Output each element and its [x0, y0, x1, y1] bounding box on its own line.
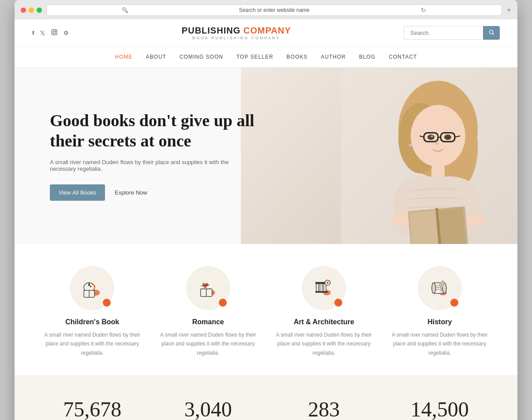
nav-item-about[interactable]: ABOUT — [146, 54, 166, 60]
stat-facebook: 14,500 FACEBOOK FANS — [389, 397, 491, 420]
category-card-romance: Romance A small river named Duden flows … — [157, 266, 260, 357]
browser-chrome: 🔍 Search or enter website name ↻ + — [15, 0, 517, 19]
dot-close[interactable] — [21, 8, 26, 13]
stat-number-readers: 75,678 — [41, 397, 144, 420]
brand-publishing: PUBLISHING — [182, 26, 240, 35]
svg-point-22 — [467, 214, 484, 226]
history-title: History — [389, 318, 491, 326]
categories-grid: Children's Book A small river named Dude… — [41, 266, 491, 357]
category-card-childrens: Children's Book A small river named Dude… — [41, 266, 144, 357]
stat-total-pages: 3,040 TOTAL PAGES — [157, 397, 260, 420]
svg-point-1 — [53, 31, 56, 34]
hero-content: Good books don't give up all their secre… — [15, 84, 291, 227]
website: f 𝕏 ⚙ PUBLISHING COMPANY BOOK PU — [15, 19, 517, 420]
history-desc: A small river named Duden flows by their… — [389, 330, 491, 357]
explore-now-button[interactable]: Explore Now — [110, 184, 152, 201]
brand-subtitle: BOOK PUBLISHING COMPANY — [182, 36, 291, 40]
svg-rect-24 — [409, 210, 439, 244]
nav-item-blog[interactable]: BLOG — [359, 54, 375, 60]
nav-item-contact[interactable]: CONTACT — [389, 54, 417, 60]
svg-point-45 — [326, 281, 329, 284]
nav-item-home[interactable]: HOME — [115, 54, 133, 60]
url-bar[interactable]: 🔍 Search or enter website name ↻ — [46, 4, 502, 16]
top-bar: f 𝕏 ⚙ PUBLISHING COMPANY BOOK PU — [15, 19, 517, 47]
history-icon — [418, 266, 462, 310]
new-tab-button[interactable]: + — [506, 6, 511, 15]
art-icon — [302, 266, 346, 310]
facebook-icon[interactable]: f — [32, 30, 34, 36]
svg-rect-42 — [315, 291, 328, 292]
svg-point-2 — [56, 30, 56, 31]
romance-icon — [186, 266, 230, 310]
childrens-book-title: Children's Book — [41, 318, 144, 326]
childrens-book-icon — [70, 266, 114, 310]
refresh-icon[interactable]: ↻ — [350, 7, 497, 14]
nav-item-books[interactable]: BOOKS — [287, 54, 308, 60]
svg-rect-0 — [52, 30, 57, 35]
svg-rect-39 — [316, 284, 318, 292]
settings-icon[interactable]: ⚙ — [64, 30, 69, 36]
svg-point-48 — [432, 283, 436, 293]
instagram-icon[interactable] — [51, 29, 57, 37]
stat-number-pages: 3,040 — [157, 397, 260, 420]
category-card-history: History A small river named Duden flows … — [389, 266, 491, 357]
stat-number-coffee: 283 — [273, 397, 375, 420]
social-icons: f 𝕏 ⚙ — [32, 29, 69, 37]
hero-illustration — [341, 68, 517, 244]
twitter-icon[interactable]: 𝕏 — [40, 30, 45, 37]
browser-window: 🔍 Search or enter website name ↻ + f 𝕏 ⚙ — [15, 0, 517, 420]
hero-subtitle: A small river named Duden flows by their… — [50, 159, 235, 172]
svg-point-19 — [409, 146, 412, 148]
svg-point-15 — [427, 135, 435, 140]
romance-desc: A small river named Duden flows by their… — [157, 330, 260, 357]
stats-grid: 75,678 ACTIVE READERS 3,040 TOTAL PAGES … — [41, 397, 491, 420]
dot-minimize[interactable] — [29, 8, 34, 13]
hero-section: Good books don't give up all their secre… — [15, 68, 517, 244]
nav-item-top-seller[interactable]: TOP SELLER — [236, 54, 273, 60]
svg-point-17 — [431, 135, 433, 137]
brand: PUBLISHING COMPANY BOOK PUBLISHING COMPA… — [182, 26, 291, 40]
brand-company: COMPANY — [244, 26, 291, 35]
svg-point-30 — [90, 286, 91, 287]
nav-item-coming-soon[interactable]: COMING SOON — [180, 54, 223, 60]
hero-title: Good books don't give up all their secre… — [50, 111, 256, 151]
svg-line-4 — [493, 34, 494, 35]
romance-title: Romance — [157, 318, 260, 326]
view-all-books-button[interactable]: View All Books — [50, 184, 105, 201]
svg-rect-25 — [436, 208, 466, 244]
browser-dots — [21, 8, 42, 13]
brand-name: PUBLISHING COMPANY — [182, 26, 291, 36]
stat-coffee: 283 CUP OF COFFEE — [273, 397, 375, 420]
nav-item-author[interactable]: AUTHOR — [321, 54, 346, 60]
hero-buttons: View All Books Explore Now — [50, 184, 256, 201]
svg-rect-40 — [320, 284, 322, 292]
stat-active-readers: 75,678 ACTIVE READERS — [41, 397, 144, 420]
search-bar — [404, 26, 500, 40]
dot-maximize[interactable] — [37, 8, 42, 13]
category-card-art: Art & Architecture A small river named D… — [273, 266, 375, 357]
svg-point-3 — [489, 30, 493, 34]
url-text: Search or enter website name — [201, 7, 348, 13]
svg-point-16 — [444, 135, 451, 140]
categories-section: Children's Book A small river named Dude… — [15, 244, 517, 375]
search-input[interactable] — [404, 26, 483, 40]
art-desc: A small river named Duden flows by their… — [273, 330, 375, 357]
search-button[interactable] — [483, 26, 500, 40]
childrens-book-desc: A small river named Duden flows by their… — [41, 330, 144, 357]
navigation: HOME ABOUT COMING SOON TOP SELLER BOOKS … — [15, 47, 517, 68]
stat-number-facebook: 14,500 — [389, 397, 491, 420]
svg-point-21 — [392, 214, 409, 226]
stats-section: 75,678 ACTIVE READERS 3,040 TOTAL PAGES … — [15, 375, 517, 420]
art-title: Art & Architecture — [273, 318, 375, 326]
